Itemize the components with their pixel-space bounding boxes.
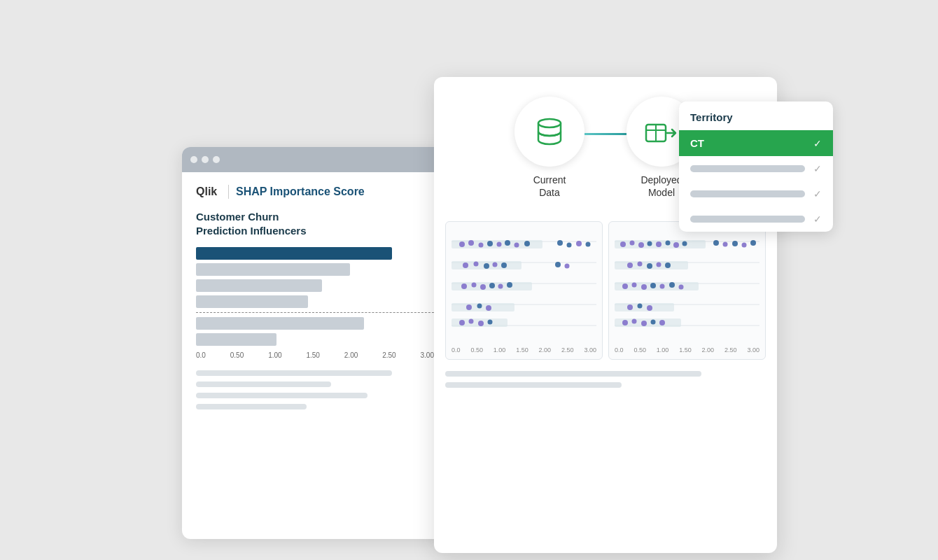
svg-point-39 — [557, 240, 563, 246]
svg-point-14 — [468, 240, 474, 246]
dropdown-item-2[interactable]: ✓ — [679, 156, 833, 181]
svg-point-31 — [507, 282, 512, 288]
database-icon — [531, 113, 568, 150]
svg-point-1 — [538, 119, 561, 127]
chart-title: Customer Churn Prediction Influencers — [196, 210, 441, 237]
svg-point-69 — [638, 262, 643, 267]
footer-lines — [196, 370, 441, 410]
svg-point-22 — [474, 262, 479, 267]
svg-point-20 — [524, 241, 530, 246]
axis-labels-right: 0.0 0.50 1.00 1.50 2.00 2.50 3.00 — [615, 346, 760, 354]
svg-point-21 — [463, 262, 468, 268]
svg-rect-53 — [615, 303, 674, 312]
svg-point-85 — [641, 321, 647, 326]
svg-point-18 — [505, 240, 510, 246]
svg-point-75 — [641, 284, 647, 290]
svg-point-41 — [576, 241, 582, 246]
model-icon — [640, 113, 682, 150]
traffic-dot-3 — [213, 156, 220, 163]
dropdown-item-3[interactable]: ✓ — [679, 181, 833, 206]
svg-point-66 — [742, 243, 747, 248]
pipeline-row: CurrentData — [514, 97, 696, 199]
shap-card: Qlik SHAP Importance Score Customer Chur… — [182, 147, 455, 539]
traffic-dot-2 — [202, 156, 209, 163]
svg-point-83 — [622, 320, 628, 326]
current-data-label: CurrentData — [533, 174, 566, 199]
footer-line-3 — [196, 393, 368, 398]
svg-point-78 — [669, 282, 675, 288]
svg-point-80 — [627, 304, 633, 310]
dropdown-item-ct[interactable]: CT ✓ — [679, 130, 833, 156]
footer-line-4 — [196, 404, 307, 410]
svg-point-33 — [477, 304, 482, 309]
svg-point-57 — [638, 242, 644, 248]
svg-point-30 — [498, 284, 503, 289]
bar-row-5 — [196, 317, 441, 330]
svg-point-81 — [638, 304, 643, 309]
bar-6 — [196, 333, 276, 346]
svg-point-37 — [478, 321, 484, 326]
svg-point-70 — [647, 263, 652, 269]
dropdown-title: Territory — [679, 102, 833, 130]
bar-1 — [196, 247, 392, 260]
svg-point-74 — [632, 283, 637, 288]
scatter-svg-right — [615, 227, 760, 346]
deployed-model-label: DeployedModel — [640, 174, 682, 199]
svg-point-34 — [486, 305, 491, 311]
svg-point-61 — [673, 242, 679, 248]
svg-point-36 — [469, 319, 474, 324]
scatter-area: 0.0 0.50 1.00 1.50 2.00 2.50 3.00 — [434, 221, 777, 371]
dropdown-item-4[interactable]: ✓ — [679, 206, 833, 232]
bar-row-2 — [196, 263, 441, 276]
svg-text:Qlik: Qlik — [196, 186, 217, 197]
current-data-circle — [514, 97, 584, 167]
svg-point-17 — [497, 242, 502, 247]
svg-point-56 — [630, 241, 635, 246]
svg-point-16 — [487, 241, 493, 246]
svg-point-32 — [466, 304, 472, 310]
svg-point-77 — [660, 284, 665, 289]
svg-point-40 — [567, 243, 572, 248]
dropdown-item-3-line — [690, 190, 805, 197]
svg-point-28 — [480, 284, 486, 290]
svg-point-64 — [723, 242, 728, 247]
svg-point-42 — [586, 242, 591, 247]
footer-line-1 — [196, 370, 392, 376]
svg-point-43 — [555, 262, 561, 267]
footer-line-f2 — [445, 382, 622, 388]
footer-line-f1 — [445, 371, 701, 377]
front-card-footer — [434, 371, 777, 405]
svg-point-13 — [459, 241, 465, 247]
dropdown-item-4-line — [690, 216, 805, 223]
current-data-node: CurrentData — [514, 97, 584, 199]
main-scene: Qlik SHAP Importance Score Customer Chur… — [84, 35, 854, 525]
svg-point-65 — [732, 241, 738, 246]
bar-3 — [196, 279, 322, 292]
axis-labels-left: 0.0 0.50 1.00 1.50 2.00 2.50 3.00 — [451, 346, 596, 354]
titlebar — [182, 147, 455, 172]
shap-title: SHAP Importance Score — [236, 186, 365, 198]
scatter-panel-right: 0.0 0.50 1.00 1.50 2.00 2.50 3.00 — [608, 221, 766, 360]
svg-point-68 — [627, 262, 633, 268]
svg-point-26 — [461, 284, 467, 289]
svg-point-23 — [484, 263, 489, 269]
svg-point-59 — [656, 241, 662, 247]
svg-point-15 — [479, 243, 484, 248]
qlik-logo: Qlik — [196, 185, 221, 199]
territory-dropdown[interactable]: Territory CT ✓ ✓ ✓ ✓ — [679, 102, 833, 232]
dropdown-item-2-check: ✓ — [813, 163, 822, 174]
dropdown-item-2-line — [690, 165, 805, 172]
dashed-line — [196, 312, 441, 313]
bar-5 — [196, 317, 364, 330]
svg-point-24 — [493, 262, 498, 267]
dropdown-item-ct-label: CT — [690, 137, 704, 149]
svg-point-76 — [650, 283, 656, 288]
dropdown-item-3-check: ✓ — [813, 188, 822, 200]
svg-point-19 — [514, 243, 519, 248]
svg-point-62 — [682, 241, 687, 246]
svg-point-82 — [647, 305, 652, 311]
bar-row-3 — [196, 279, 441, 292]
svg-point-60 — [666, 241, 671, 246]
scatter-canvas-right — [615, 227, 760, 346]
bar-4 — [196, 295, 308, 308]
